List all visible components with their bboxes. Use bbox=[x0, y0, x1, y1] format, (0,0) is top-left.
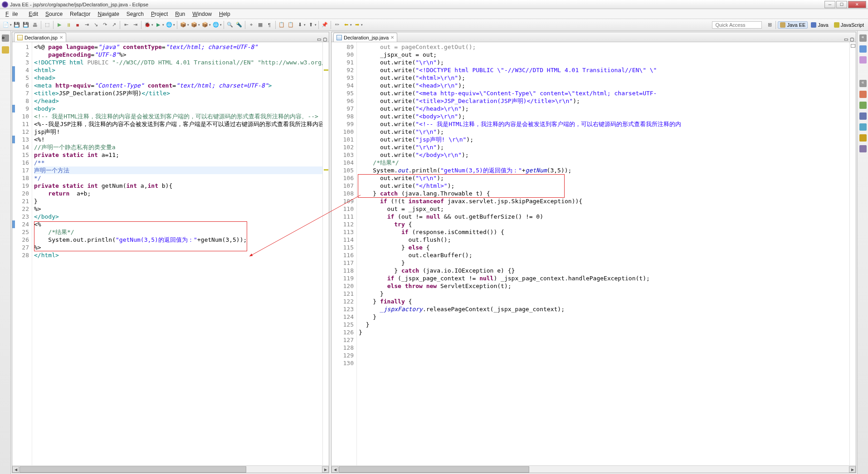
horizontal-scrollbar[interactable]: ◀ ▶ bbox=[12, 465, 329, 473]
close-button[interactable]: ✕ bbox=[848, 1, 866, 8]
new-connector-button[interactable]: 📦 bbox=[201, 21, 209, 29]
dropdown-icon[interactable]: ▾ bbox=[162, 23, 164, 27]
restore-view-icon[interactable]: « bbox=[859, 80, 867, 87]
debug-pause-button[interactable]: ⏸ bbox=[64, 21, 73, 29]
debug-disconnect-button[interactable]: ⇥ bbox=[83, 21, 91, 29]
menu-edit[interactable]: Edit bbox=[25, 10, 42, 18]
data-source-view-icon[interactable] bbox=[859, 123, 867, 131]
editor-tab-left[interactable]: Declaration.jsp ✕ bbox=[14, 33, 66, 42]
perspective-label: Java EE bbox=[787, 22, 805, 28]
console-view-icon[interactable] bbox=[859, 145, 867, 152]
open-type-button[interactable]: 🔍 bbox=[226, 21, 234, 29]
next-annotation-button[interactable]: ⬇ bbox=[296, 21, 304, 29]
new-ejb-button[interactable]: 📦 bbox=[190, 21, 198, 29]
scroll-left-button[interactable]: ◀ bbox=[12, 466, 19, 473]
perspective-js[interactable]: JavaScript bbox=[832, 21, 866, 29]
minimize-view-icon[interactable]: ▭ bbox=[317, 37, 321, 42]
code-content[interactable]: <%@ page language="java" contentType="te… bbox=[32, 42, 322, 465]
markers-view-icon[interactable] bbox=[859, 91, 867, 98]
horizontal-scrollbar[interactable]: ◀ ▶ bbox=[332, 465, 856, 473]
dropdown-icon[interactable]: ▾ bbox=[315, 23, 317, 27]
overview-ruler[interactable] bbox=[849, 42, 856, 465]
menu-refactor[interactable]: Refactor bbox=[66, 10, 94, 18]
show-whitespace-button[interactable]: ¶ bbox=[265, 21, 273, 29]
menu-file[interactable]: File bbox=[2, 10, 25, 18]
dropdown-icon[interactable]: ▾ bbox=[209, 23, 211, 27]
last-edit-button[interactable]: ✏ bbox=[333, 21, 341, 29]
pin-editor-button[interactable]: 📌 bbox=[321, 21, 329, 29]
dropdown-icon[interactable]: ▾ bbox=[350, 23, 352, 27]
restore-view-icon[interactable]: » bbox=[2, 34, 9, 42]
minimize-view-icon[interactable]: ▭ bbox=[844, 37, 848, 42]
close-tab-icon[interactable]: ✕ bbox=[390, 35, 394, 40]
new-button[interactable]: 📄 bbox=[2, 21, 10, 29]
dropdown-icon[interactable]: ▾ bbox=[173, 23, 175, 27]
debug-button[interactable]: 🐞 bbox=[143, 21, 151, 29]
new-web-button[interactable]: 🌐 bbox=[212, 21, 220, 29]
save-button[interactable]: 💾 bbox=[13, 21, 21, 29]
menu-search[interactable]: Search bbox=[123, 10, 147, 18]
editor-tab-right[interactable]: Declaration_jsp.java ✕ bbox=[333, 33, 397, 42]
servers-view-icon[interactable] bbox=[859, 112, 867, 120]
task-list-icon[interactable] bbox=[859, 56, 867, 64]
scrollbar-thumb[interactable] bbox=[20, 466, 246, 473]
maximize-view-icon[interactable]: ▢ bbox=[850, 37, 854, 42]
perspective-java[interactable]: Java bbox=[809, 21, 830, 29]
toggle-button[interactable]: ⬚ bbox=[43, 21, 51, 29]
shift-left-button[interactable]: ⇤ bbox=[122, 21, 130, 29]
print-button[interactable]: 🖶 bbox=[31, 21, 39, 29]
dropdown-icon[interactable]: ▾ bbox=[198, 23, 200, 27]
debug-resume-button[interactable]: ▶ bbox=[55, 21, 63, 29]
step-into-button[interactable]: ↘ bbox=[92, 21, 100, 29]
step-return-button[interactable]: ↗ bbox=[110, 21, 118, 29]
menu-navigate[interactable]: Navigate bbox=[94, 10, 122, 18]
scroll-right-button[interactable]: ▶ bbox=[849, 466, 856, 473]
shift-right-button[interactable]: ⇥ bbox=[131, 21, 139, 29]
close-tab-icon[interactable]: ✕ bbox=[59, 35, 63, 40]
menu-project[interactable]: Project bbox=[147, 10, 171, 18]
right-code-area[interactable]: 8990919293949596979899100101102103104105… bbox=[332, 42, 856, 465]
dropdown-icon[interactable]: ▾ bbox=[151, 23, 153, 27]
search-button[interactable]: 🔦 bbox=[235, 21, 243, 29]
block-selection-button[interactable]: ▦ bbox=[256, 21, 264, 29]
quick-access-input[interactable] bbox=[712, 21, 762, 29]
javaee-icon bbox=[780, 22, 785, 28]
menu-window[interactable]: Window bbox=[189, 10, 215, 18]
maximize-view-icon[interactable]: ▢ bbox=[323, 37, 327, 42]
left-code-area[interactable]: 1234567891011121314151617181920212223242… bbox=[12, 42, 329, 465]
outline-view-icon[interactable] bbox=[859, 45, 867, 53]
code-content[interactable]: out = pageContext.getOut(); _jspx_out = … bbox=[357, 42, 849, 465]
menu-run[interactable]: Run bbox=[171, 10, 189, 18]
scroll-left-button[interactable]: ◀ bbox=[332, 466, 338, 473]
mark-occurrences-button[interactable]: ⌖ bbox=[247, 21, 255, 29]
maximize-button[interactable]: ☐ bbox=[836, 1, 847, 8]
save-all-button[interactable]: 💾 bbox=[22, 21, 30, 29]
minimize-button[interactable]: ─ bbox=[824, 1, 835, 8]
overview-ruler[interactable] bbox=[322, 42, 329, 465]
scroll-right-button[interactable]: ▶ bbox=[322, 466, 329, 473]
properties-view-icon[interactable] bbox=[859, 102, 867, 109]
perspective-javaee[interactable]: Java EE bbox=[778, 21, 808, 29]
annotation-button[interactable]: 📋 bbox=[287, 21, 295, 29]
dropdown-icon[interactable]: ▾ bbox=[220, 23, 222, 27]
menu-source[interactable]: Source bbox=[42, 10, 66, 18]
dropdown-icon[interactable]: ▾ bbox=[304, 23, 306, 27]
nav-forward-button[interactable]: ➡ bbox=[353, 21, 361, 29]
prev-annotation-button[interactable]: ⬆ bbox=[307, 21, 315, 29]
restore-view-icon[interactable]: « bbox=[859, 34, 867, 42]
new-server-button[interactable]: 📦 bbox=[179, 21, 187, 29]
task-button[interactable]: 📋 bbox=[278, 21, 286, 29]
open-perspective-button[interactable]: ⊞ bbox=[766, 21, 774, 29]
dropdown-icon[interactable]: ▾ bbox=[10, 23, 12, 27]
dropdown-icon[interactable]: ▾ bbox=[361, 23, 363, 27]
debug-stop-button[interactable]: ■ bbox=[73, 21, 82, 29]
minimized-view-icon[interactable] bbox=[2, 46, 9, 54]
snippets-view-icon[interactable] bbox=[859, 134, 867, 142]
scrollbar-thumb[interactable] bbox=[339, 466, 529, 473]
nav-back-button[interactable]: ⬅ bbox=[342, 21, 350, 29]
run-on-server-button[interactable]: 🌐 bbox=[165, 21, 173, 29]
dropdown-icon[interactable]: ▾ bbox=[187, 23, 189, 27]
step-over-button[interactable]: ↷ bbox=[101, 21, 109, 29]
run-button[interactable]: ▶ bbox=[154, 21, 162, 29]
menu-help[interactable]: Help bbox=[215, 10, 234, 18]
